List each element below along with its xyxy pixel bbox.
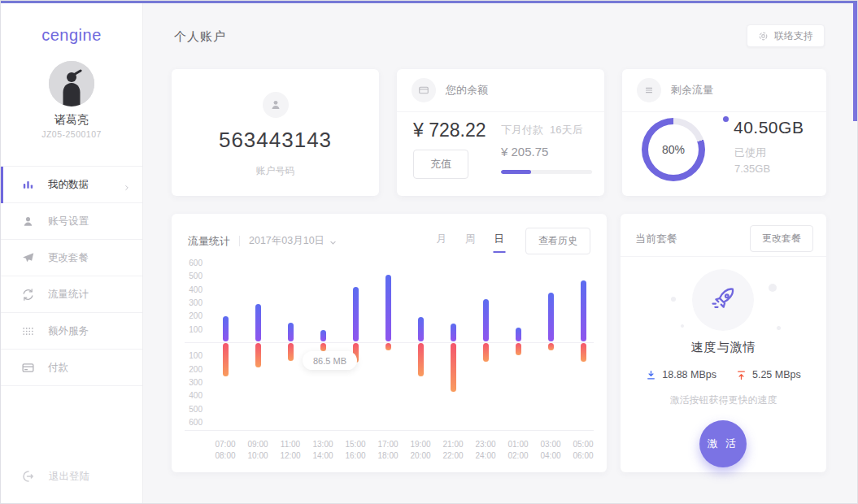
contact-support-button[interactable]: 联络支持 <box>747 24 825 47</box>
bar-download[interactable] <box>288 343 294 361</box>
x-tick-label: 09:0010:00 <box>242 439 274 462</box>
logout-label: 退出登陆 <box>49 470 89 484</box>
bar-download[interactable] <box>451 343 456 392</box>
credit-card-icon <box>412 78 436 102</box>
user-id: JZ05-2500107 <box>1 129 142 139</box>
x-tick-label: 17:0018:00 <box>372 439 404 462</box>
avatar <box>49 61 94 106</box>
sidebar-item-my-data[interactable]: 我的数据 <box>1 167 142 203</box>
deco-dot <box>671 297 676 302</box>
chart-plot-area: 86.5 MB 10010020020030030040040050050060… <box>172 214 607 472</box>
bar-download[interactable] <box>483 343 489 362</box>
bar-upload[interactable] <box>418 317 424 341</box>
download-speed-value: 18.88 MBps <box>662 369 716 380</box>
x-tick-label: 19:0020:00 <box>404 439 437 462</box>
upload-speed: 5.25 MBps <box>736 369 801 380</box>
x-tick-label: 11:0012:00 <box>274 439 307 462</box>
bar-download[interactable] <box>548 343 554 350</box>
y-tick-label: 300 <box>180 377 203 386</box>
y-tick-label: 100 <box>180 351 203 360</box>
bar-download[interactable] <box>255 343 261 367</box>
y-tick-label: 200 <box>180 311 203 320</box>
data-used-value: 7.35GB <box>734 163 770 175</box>
grid-dots-icon <box>21 324 35 338</box>
next-payment-block: 下月付款16天后 ¥ 205.75 <box>501 123 592 174</box>
bar-download[interactable] <box>385 343 391 350</box>
sidebar-item-label: 更改套餐 <box>48 251 89 265</box>
y-tick-label: 600 <box>180 259 203 267</box>
activate-button[interactable]: 激 活 <box>699 420 747 467</box>
recharge-button[interactable]: 充值 <box>413 150 468 179</box>
balance-card: 您的余额 ¥ 728.22 充值 下月付款16天后 ¥ 205.75 <box>397 69 604 196</box>
chevron-right-icon <box>123 180 131 189</box>
x-tick-label: 05:0006:00 <box>567 439 599 462</box>
bar-upload[interactable] <box>353 287 359 341</box>
x-tick-label: 13:0014:00 <box>307 439 339 462</box>
data-card-header: 剩余流量 <box>622 69 826 112</box>
data-used-label: 已使用 <box>734 146 766 160</box>
bar-upload[interactable] <box>516 328 521 341</box>
sidebar-item-payment[interactable]: 付款 <box>1 350 142 386</box>
data-remaining-card: 剩余流量 80% 40.50GB 已使用 7.35GB <box>622 69 826 196</box>
data-remaining-value: 40.50GB <box>734 118 804 137</box>
change-plan-button[interactable]: 更改套餐 <box>750 225 813 252</box>
y-tick-label: 100 <box>180 324 203 333</box>
scrollbar-thumb[interactable] <box>853 3 857 121</box>
plan-title: 当前套餐 <box>635 232 677 246</box>
sidebar-item-label: 额外服务 <box>48 324 89 338</box>
bar-upload[interactable] <box>548 293 554 341</box>
sidebar-item-data-stats[interactable]: 流量统计 <box>1 276 142 313</box>
sidebar-item-label: 我的数据 <box>48 178 89 192</box>
activation-hint: 激活按钮获得更快的速度 <box>621 393 826 407</box>
user-name: 诸葛亮 <box>1 113 142 128</box>
y-tick-label: 200 <box>180 364 203 373</box>
y-tick-label: 600 <box>180 417 203 426</box>
y-tick-label: 500 <box>180 272 203 280</box>
bar-upload[interactable] <box>255 304 261 341</box>
next-payment-amount: ¥ 205.75 <box>501 145 592 159</box>
deco-dot <box>681 324 684 328</box>
user-icon <box>263 92 289 118</box>
y-tick-label: 400 <box>180 391 203 400</box>
bar-upload[interactable] <box>483 299 489 341</box>
contact-support-label: 联络支持 <box>774 29 813 43</box>
bar-upload[interactable] <box>320 330 326 341</box>
account-number-label: 账户号码 <box>172 164 379 178</box>
next-payment-label: 下月付款 <box>501 124 543 136</box>
x-tick-label: 23:0024:00 <box>469 439 502 462</box>
next-payment-row: 下月付款16天后 <box>501 123 592 137</box>
data-remaining-title: 剩余流量 <box>671 83 713 98</box>
account-card: 563443143 账户号码 <box>172 69 379 196</box>
refresh-icon <box>21 288 35 302</box>
page-title: 个人账户 <box>174 29 226 45</box>
credit-card-icon <box>21 361 35 375</box>
bar-download[interactable] <box>223 343 229 376</box>
bar-download[interactable] <box>581 343 586 362</box>
plan-speeds: 18.88 MBps 5.25 MBps <box>621 369 826 380</box>
bar-upload[interactable] <box>223 316 229 341</box>
list-icon <box>637 78 661 102</box>
sidebar-item-label: 账号设置 <box>48 215 89 228</box>
traffic-chart-card: 流量统计 2017年03月10日 月 周 日 查看历史 86.5 MB 1001… <box>172 214 607 472</box>
sidebar-item-extra-services[interactable]: 额外服务 <box>1 313 142 350</box>
sidebar-item-change-plan[interactable]: 更改套餐 <box>1 240 142 276</box>
rocket-icon <box>692 269 754 331</box>
bar-upload[interactable] <box>385 275 391 341</box>
legend-dot <box>723 116 729 122</box>
download-speed: 18.88 MBps <box>646 369 716 380</box>
bar-upload[interactable] <box>451 324 456 341</box>
upload-speed-value: 5.25 MBps <box>752 369 801 380</box>
sidebar-item-account-settings[interactable]: 账号设置 <box>1 203 142 240</box>
bar-download[interactable] <box>418 343 424 376</box>
bar-upload[interactable] <box>288 323 294 341</box>
x-tick-label: 03:0004:00 <box>534 439 567 462</box>
x-tick-label: 07:0008:00 <box>209 439 242 462</box>
balance-amount: ¥ 728.22 <box>413 119 486 141</box>
sidebar-menu: 我的数据 账号设置 更改套餐 流量统 <box>1 166 142 386</box>
logout-button[interactable]: 退出登陆 <box>21 469 89 484</box>
bar-download[interactable] <box>516 343 521 355</box>
bar-upload[interactable] <box>581 280 586 341</box>
bar-chart-icon <box>21 178 35 192</box>
plan-name: 速度与激情 <box>621 340 826 355</box>
bar-download[interactable] <box>320 343 326 351</box>
